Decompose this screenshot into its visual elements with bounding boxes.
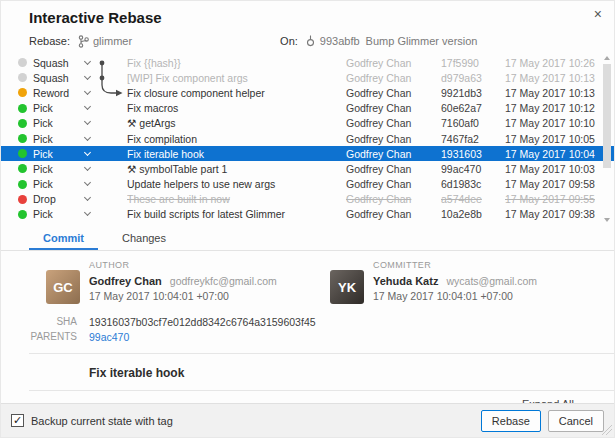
- commit-message: ⚒ symbolTable part 1: [127, 163, 346, 175]
- footer-bar: ✓ Backup current state with tag Rebase C…: [1, 403, 614, 437]
- commit-message: ⚒ getArgs: [127, 117, 346, 129]
- commit-row[interactable]: Drop These are built in now Godfrey Chan…: [1, 192, 614, 207]
- commit-people: GC AUTHOR Godfrey Chan godfreykfc@gmail.…: [1, 251, 614, 310]
- commit-row[interactable]: Squash [WIP] Fix component args Godfrey …: [1, 70, 614, 85]
- commit-message: These are built in now: [127, 193, 346, 205]
- commit-hash: 60e62a7: [441, 102, 505, 114]
- action-label: Pick: [33, 163, 83, 175]
- action-status-dot: [18, 58, 27, 67]
- action-label: Pick: [33, 208, 83, 220]
- commit-message: Fix compilation: [127, 133, 346, 145]
- action-status-dot: [18, 210, 27, 219]
- action-status-dot: [18, 134, 27, 143]
- commit-author: Godfrey Chan: [346, 193, 441, 205]
- rebase-branch-name: glimmer: [93, 35, 132, 47]
- chevron-down-icon[interactable]: [83, 103, 93, 113]
- chevron-down-icon[interactable]: [83, 209, 93, 219]
- commit-author: Godfrey Chan: [346, 178, 441, 190]
- tab-changes[interactable]: Changes: [108, 227, 180, 250]
- chevron-down-icon[interactable]: [83, 118, 93, 128]
- author-name: Godfrey Chan: [89, 275, 162, 287]
- parent-commit-link[interactable]: 99ac470: [89, 331, 129, 343]
- commit-message: Fix macros: [127, 102, 346, 114]
- committer-section-label: COMMITTER: [373, 260, 537, 270]
- commit-hash: 1931603: [441, 148, 505, 160]
- commit-date: 17 May 2017 10:12: [505, 102, 600, 114]
- commit-row[interactable]: Pick Fix build scripts for latest Glimme…: [1, 207, 614, 222]
- commit-hash: 10a2e8b: [441, 208, 505, 220]
- commit-message: Fix build scripts for latest Glimmer: [127, 208, 346, 220]
- avatar: YK: [330, 270, 364, 304]
- sha-label: SHA: [1, 316, 77, 328]
- close-icon[interactable]: ×: [594, 7, 602, 21]
- action-label: Pick: [33, 148, 83, 160]
- commit-hash: 7160af0: [441, 117, 505, 129]
- commit-message: Fix closure component helper: [127, 87, 346, 99]
- on-commit-hash: 993abfb: [320, 35, 360, 47]
- chevron-down-icon[interactable]: [83, 149, 93, 159]
- chevron-down-icon[interactable]: [83, 179, 93, 189]
- commit-row[interactable]: Pick Fix iterable hook Godfrey Chan 1931…: [1, 146, 614, 161]
- commit-hash: d979a63: [441, 72, 505, 84]
- commit-author: Godfrey Chan: [346, 208, 441, 220]
- chevron-down-icon[interactable]: [83, 88, 93, 98]
- chevron-down-icon[interactable]: [83, 73, 93, 83]
- parents-label: PARENTS: [1, 331, 77, 343]
- backup-checkbox-label: Backup current state with tag: [31, 415, 173, 427]
- commit-date: 17 May 2017 09:55: [505, 193, 600, 205]
- scrollbar-down-icon[interactable]: [604, 218, 610, 222]
- resize-grip[interactable]: [602, 425, 612, 435]
- scrollbar[interactable]: [603, 55, 612, 223]
- dialog-title: Interactive Rebase: [29, 9, 586, 26]
- action-status-dot: [18, 195, 27, 204]
- action-status-dot: [18, 119, 27, 128]
- commit-message-heading: Fix iterable hook: [1, 366, 614, 380]
- commit-row[interactable]: Reword Fix closure component helper Godf…: [1, 85, 614, 100]
- dialog-header: Interactive Rebase × Rebase: glimmer On:…: [1, 1, 614, 49]
- committer-date: 17 May 2017 10:04:01 +07:00: [373, 290, 537, 302]
- commit-date: 17 May 2017 10:26: [505, 57, 600, 69]
- chevron-down-icon[interactable]: [83, 194, 93, 204]
- chevron-down-icon[interactable]: [83, 58, 93, 68]
- commit-date: 17 May 2017 09:58: [505, 178, 600, 190]
- commit-row[interactable]: Squash Fix {{hash}} Godfrey Chan 17f5990…: [1, 55, 614, 70]
- scrollbar-up-icon[interactable]: [604, 56, 610, 60]
- committer-block: YK COMMITTER Yehuda Katz wycats@gmail.co…: [330, 259, 614, 304]
- author-date: 17 May 2017 10:04:01 +07:00: [89, 290, 277, 302]
- commit-hash: 6d1983c: [441, 178, 505, 190]
- commit-row[interactable]: Pick ⚒ getArgs Godfrey Chan 7160af0 17 M…: [1, 116, 614, 131]
- cancel-button[interactable]: Cancel: [548, 410, 604, 432]
- commit-row[interactable]: Pick Fix macros Godfrey Chan 60e62a7 17 …: [1, 101, 614, 116]
- commit-row[interactable]: Pick Update helpers to use new args Godf…: [1, 177, 614, 192]
- action-label: Pick: [33, 178, 83, 190]
- scrollbar-thumb[interactable]: [603, 64, 611, 168]
- commit-date: 17 May 2017 10:13: [505, 87, 600, 99]
- commit-message: Fix iterable hook: [127, 148, 346, 160]
- action-status-dot: [18, 88, 27, 97]
- action-status-dot: [18, 180, 27, 189]
- tab-commit[interactable]: Commit: [29, 227, 98, 250]
- commit-hash: 99ac470: [441, 163, 505, 175]
- sha-block: SHA 19316037b03cf7e012dd8342c6764a315960…: [1, 316, 614, 343]
- chevron-down-icon[interactable]: [83, 164, 93, 174]
- commit-date: 17 May 2017 10:03: [505, 163, 600, 175]
- commit-row[interactable]: Pick ⚒ symbolTable part 1 Godfrey Chan 9…: [1, 161, 614, 176]
- action-status-dot: [18, 104, 27, 113]
- commit-hash: 7467fa2: [441, 133, 505, 145]
- action-status-dot: [18, 73, 27, 82]
- commit-author: Godfrey Chan: [346, 117, 441, 129]
- commit-list: Squash Fix {{hash}} Godfrey Chan 17f5990…: [1, 55, 614, 223]
- action-label: Pick: [33, 133, 83, 145]
- action-status-dot: [18, 149, 27, 158]
- chevron-down-icon[interactable]: [83, 134, 93, 144]
- committer-name: Yehuda Katz: [373, 275, 438, 287]
- author-section-label: AUTHOR: [89, 260, 277, 270]
- commit-row[interactable]: Pick Fix compilation Godfrey Chan 7467fa…: [1, 131, 614, 146]
- commit-author: Godfrey Chan: [346, 72, 441, 84]
- commit-message: Update helpers to use new args: [127, 178, 346, 190]
- action-status-dot: [18, 164, 27, 173]
- commit-author: Godfrey Chan: [346, 102, 441, 114]
- detail-tabs: CommitChanges: [1, 227, 614, 251]
- rebase-button[interactable]: Rebase: [481, 410, 541, 432]
- backup-checkbox[interactable]: ✓: [11, 414, 24, 427]
